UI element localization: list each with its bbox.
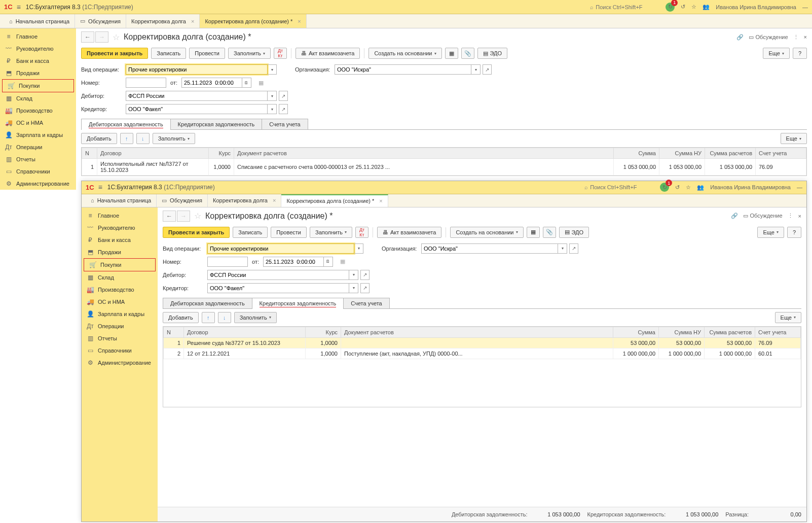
app-title: 1С:Бухгалтерия 8.3 (1С:Предприятие) [107, 184, 215, 190]
search-input[interactable] [590, 184, 651, 190]
user-icon[interactable]: 👥 [703, 4, 710, 10]
sidebar-item-admin[interactable]: ⚙Администрирование [0, 178, 76, 190]
chat-icon: ▭ [80, 18, 85, 24]
add-row-button[interactable]: Добавить [81, 133, 117, 144]
subtab-accounts[interactable]: Счета учета [262, 119, 308, 129]
edo-button[interactable]: ▤ ЭДО [477, 48, 508, 59]
open-icon[interactable]: ↗ [279, 104, 288, 114]
col-doc[interactable]: Документ расчетов [234, 148, 614, 159]
create-based-button[interactable]: Создать на основании▾ [368, 48, 441, 59]
close-icon[interactable]: × [191, 18, 194, 24]
sidebar-item-reports[interactable]: ▥Отчеты [0, 153, 76, 165]
debtor-label: Дебитор: [81, 93, 122, 99]
post-close-button[interactable]: Провести и закрыть [81, 48, 148, 59]
structure-button[interactable]: ▦ [445, 48, 458, 59]
sidebar-item-manager[interactable]: 〰Руководителю [0, 43, 76, 55]
factory-icon: 🏭 [5, 107, 12, 114]
subtab-credit[interactable]: Кредиторская задолженность [170, 119, 263, 129]
table-row[interactable]: 1 Исполнительный лист №Л3727 от 15.10.20… [82, 159, 806, 176]
minimize-icon[interactable]: — [802, 4, 808, 10]
col-sumnu[interactable]: Сумма НУ [659, 148, 705, 159]
col-n[interactable]: N [82, 148, 97, 159]
sidebar-item-catalogs[interactable]: ▭Справочники [0, 165, 76, 178]
sidebar-item-assets[interactable]: 🚚ОС и НМА [0, 117, 76, 129]
tab-doc2[interactable]: Корректировка долга (создание) *× [200, 14, 306, 28]
sidebar-item-purchases[interactable]: 🛒Покупки [2, 79, 74, 92]
tab-discuss[interactable]: ▭Обсуждения [75, 14, 126, 28]
col-rate[interactable]: Курс [209, 148, 234, 159]
forward-button[interactable]: → [95, 31, 108, 43]
sidebar: ≡Главное 〰Руководителю ₽Банк и касса ⬒Пр… [0, 28, 76, 190]
grid-icon[interactable]: ▦ [259, 80, 264, 86]
col-account[interactable]: Счет учета [756, 148, 806, 159]
dropdown-icon[interactable]: ▾ [268, 64, 277, 75]
search-box[interactable]: ⌕ [581, 183, 654, 190]
op-type-field[interactable] [126, 64, 268, 75]
topbar-icons: ↻ 1 ↺ ☆ 👥 Иванова Ирина Владимировна — [666, 3, 808, 12]
act-button[interactable]: 🖶Акт взаимозачета [296, 48, 360, 59]
col-sumcalc[interactable]: Сумма расчетов [705, 148, 756, 159]
sidebar-item-production[interactable]: 🏭Производство [0, 104, 76, 117]
user-icon[interactable]: 👥 [697, 184, 704, 190]
minimize-icon[interactable]: — [797, 184, 802, 190]
more-rows-button[interactable]: Еще▾ [781, 133, 807, 144]
close-icon[interactable]: × [804, 34, 807, 40]
attach-button[interactable]: 📎 [461, 48, 474, 59]
sidebar-item-payroll[interactable]: 👤Зарплата и кадры [0, 129, 76, 141]
history-icon[interactable]: ↺ [681, 4, 685, 10]
dropdown-icon[interactable]: ▾ [471, 64, 481, 75]
sidebar-item-operations[interactable]: ДтОперации [0, 141, 76, 153]
search-input[interactable] [596, 4, 656, 10]
logo: 1С [86, 184, 94, 190]
open-icon[interactable]: ↗ [279, 91, 288, 101]
date-field[interactable] [181, 78, 242, 88]
table-debit: N Договор Курс Документ расчетов Сумма С… [81, 147, 807, 176]
debtor-field[interactable] [126, 91, 268, 101]
star-icon[interactable]: ☆ [113, 32, 120, 42]
post-button[interactable]: Провести [189, 48, 225, 59]
dtkt-button[interactable]: ДтКт [274, 48, 287, 59]
tag-icon: ⬒ [5, 69, 12, 77]
save-button[interactable]: Записать [151, 48, 186, 59]
user-name[interactable]: Иванова Ирина Владимировна [710, 184, 791, 190]
user-name[interactable]: Иванова Ирина Владимировна [716, 4, 796, 10]
subtab-debit[interactable]: Дебиторская задолженность [81, 119, 171, 129]
sidebar-item-bank[interactable]: ₽Банк и касса [0, 55, 76, 67]
back-button[interactable]: ← [81, 31, 94, 43]
kebab-icon[interactable]: ⋮ [793, 34, 799, 41]
notification-icon[interactable]: ↻ 1 [666, 3, 675, 12]
move-up-button[interactable]: ↑ [120, 133, 133, 144]
favorite-icon[interactable]: ☆ [691, 4, 696, 10]
search-icon: ⌕ [590, 4, 594, 10]
menu-icon[interactable]: ≡ [98, 183, 102, 190]
history-icon[interactable]: ↺ [675, 184, 680, 190]
help-button[interactable]: ? [793, 48, 807, 59]
dropdown-icon[interactable]: ▾ [268, 104, 277, 114]
move-down-button[interactable]: ↓ [136, 133, 150, 144]
more-button[interactable]: Еще▾ [763, 48, 789, 59]
number-field[interactable] [126, 78, 166, 88]
link-icon[interactable]: 🔗 [736, 34, 744, 41]
menu-icon[interactable]: ≡ [17, 3, 21, 11]
calendar-icon[interactable]: 🗓 [242, 78, 251, 88]
col-sum[interactable]: Сумма [614, 148, 659, 159]
dropdown-icon[interactable]: ▾ [268, 91, 277, 101]
open-icon[interactable]: ↗ [483, 64, 492, 75]
truck-icon: 🚚 [5, 119, 12, 126]
fill-rows-button[interactable]: Заполнить▾ [153, 133, 195, 144]
notification-icon[interactable]: ↻1 [660, 183, 669, 190]
sidebar-item-warehouse[interactable]: ▦Склад [0, 92, 76, 104]
sidebar-item-main[interactable]: ≡Главное [0, 30, 76, 43]
fill-button[interactable]: Заполнить▾ [228, 48, 271, 59]
favorite-icon[interactable]: ☆ [686, 184, 691, 190]
col-contract[interactable]: Договор [97, 148, 209, 159]
tab-doc1[interactable]: Корректировка долга× [126, 14, 200, 28]
org-field[interactable] [335, 64, 471, 75]
close-icon[interactable]: × [298, 18, 301, 24]
discuss-button[interactable]: ▭ Обсуждение [749, 34, 788, 41]
creditor-field[interactable] [126, 104, 268, 114]
tab-home[interactable]: ⌂Начальная страница [4, 14, 75, 28]
search-box[interactable]: ⌕ [587, 3, 659, 11]
sidebar-item-sales[interactable]: ⬒Продажи [0, 67, 76, 79]
person-icon: 👤 [5, 131, 12, 138]
